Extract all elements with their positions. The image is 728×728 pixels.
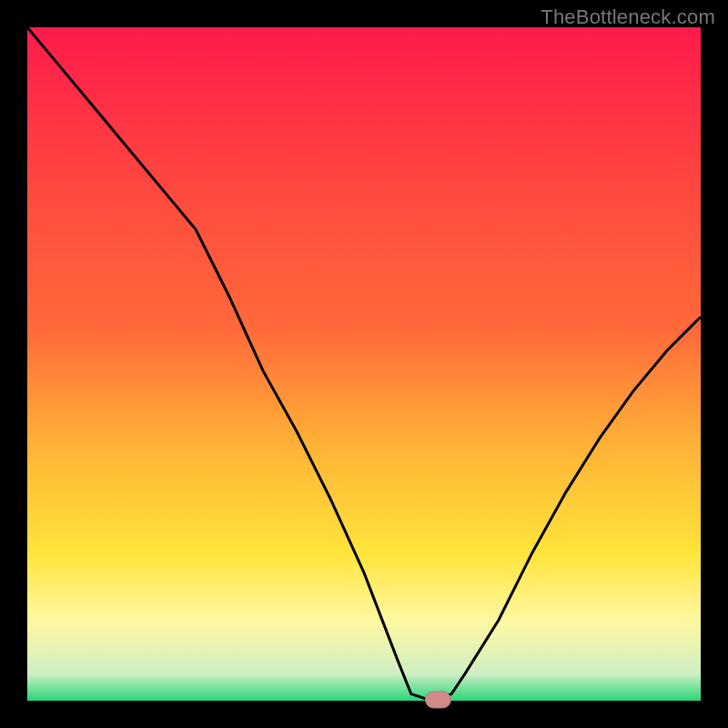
bottleneck-chart: TheBottleneck.com xyxy=(0,0,728,728)
watermark-text: TheBottleneck.com xyxy=(541,5,715,29)
gradient-background xyxy=(27,27,701,701)
optimal-point-marker xyxy=(425,692,450,708)
chart-svg xyxy=(0,0,728,728)
